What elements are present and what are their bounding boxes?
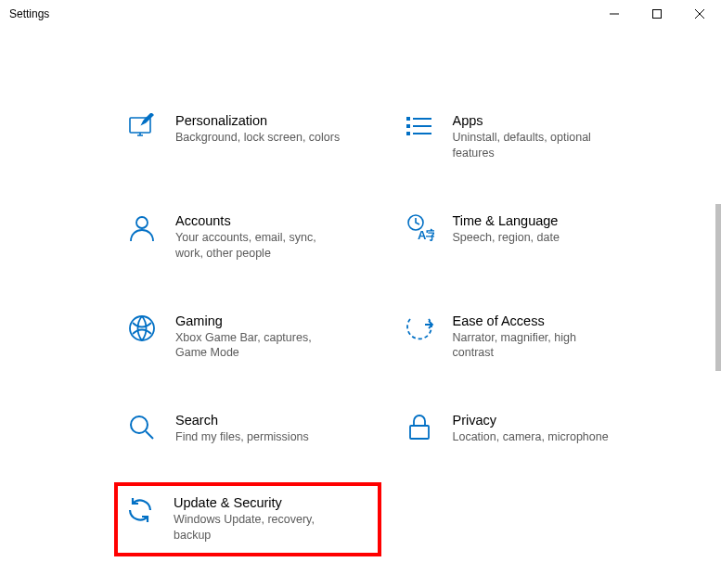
- window-title: Settings: [9, 7, 49, 20]
- tile-desc: Xbox Game Bar, captures, Game Mode: [175, 330, 342, 362]
- tile-text: Privacy Location, camera, microphone: [453, 413, 620, 445]
- tile-desc: Background, lock screen, colors: [175, 130, 342, 146]
- tile-title: Privacy: [453, 413, 620, 428]
- svg-rect-4: [406, 132, 410, 135]
- tile-text: Accounts Your accounts, email, sync, wor…: [175, 213, 342, 262]
- minimize-button[interactable]: [593, 0, 636, 28]
- tile-desc: Location, camera, microphone: [453, 429, 620, 445]
- tile-desc: Narrator, magnifier, high contrast: [453, 330, 620, 362]
- svg-rect-6: [413, 125, 431, 127]
- vertical-scrollbar[interactable]: [715, 204, 721, 371]
- tile-text: Ease of Access Narrator, magnifier, high…: [453, 313, 620, 362]
- tile-title: Time & Language: [453, 213, 620, 228]
- close-button[interactable]: [678, 0, 721, 28]
- tile-text: Gaming Xbox Game Bar, captures, Game Mod…: [175, 313, 342, 362]
- tile-desc: Your accounts, email, sync, work, other …: [175, 230, 342, 262]
- tile-privacy[interactable]: Privacy Location, camera, microphone: [403, 411, 648, 447]
- tile-desc: Find my files, permissions: [175, 429, 342, 445]
- svg-rect-2: [406, 117, 410, 121]
- ease-of-access-icon: [405, 313, 434, 343]
- settings-grid: Personalization Background, lock screen,…: [125, 111, 647, 543]
- tile-title: Ease of Access: [453, 313, 620, 328]
- time-language-icon: A字: [405, 213, 434, 243]
- titlebar: Settings: [0, 0, 721, 28]
- tile-text: Update & Security Windows Update, recove…: [174, 495, 341, 543]
- tile-title: Update & Security: [174, 495, 341, 510]
- tile-text: Time & Language Speech, region, date: [453, 213, 620, 246]
- maximize-button[interactable]: [636, 0, 678, 28]
- svg-rect-7: [413, 133, 431, 134]
- settings-content: Personalization Background, lock screen,…: [0, 28, 721, 562]
- svg-point-11: [130, 316, 154, 340]
- svg-rect-13: [410, 426, 429, 439]
- tile-gaming[interactable]: Gaming Xbox Game Bar, captures, Game Mod…: [125, 312, 370, 364]
- tile-personalization[interactable]: Personalization Background, lock screen,…: [125, 111, 370, 163]
- tile-desc: Speech, region, date: [453, 230, 620, 246]
- tile-apps[interactable]: Apps Uninstall, defaults, optional featu…: [403, 111, 648, 163]
- tile-title: Personalization: [175, 113, 342, 128]
- svg-point-8: [136, 217, 148, 228]
- privacy-icon: [405, 413, 434, 442]
- svg-point-12: [131, 416, 148, 433]
- tile-search[interactable]: Search Find my files, permissions: [125, 411, 370, 447]
- svg-rect-5: [413, 118, 431, 120]
- svg-rect-3: [406, 124, 410, 128]
- tile-text: Apps Uninstall, defaults, optional featu…: [453, 113, 620, 161]
- tile-time-language[interactable]: A字 Time & Language Speech, region, date: [403, 211, 648, 263]
- gaming-icon: [127, 313, 157, 343]
- apps-icon: [405, 113, 434, 143]
- tile-title: Apps: [453, 113, 620, 128]
- tile-ease-of-access[interactable]: Ease of Access Narrator, magnifier, high…: [403, 312, 648, 364]
- update-security-icon: [125, 495, 155, 525]
- tile-text: Search Find my files, permissions: [175, 413, 342, 445]
- search-icon: [127, 413, 157, 442]
- svg-text:A字: A字: [418, 228, 434, 242]
- window-controls: [593, 0, 721, 28]
- tile-text: Personalization Background, lock screen,…: [175, 113, 342, 146]
- tile-accounts[interactable]: Accounts Your accounts, email, sync, wor…: [125, 211, 370, 263]
- tile-desc: Windows Update, recovery, backup: [174, 512, 341, 543]
- tile-title: Gaming: [175, 313, 342, 328]
- personalization-icon: [127, 113, 157, 143]
- tile-title: Search: [175, 413, 342, 428]
- tile-desc: Uninstall, defaults, optional features: [453, 130, 620, 161]
- tile-update-security[interactable]: Update & Security Windows Update, recove…: [114, 482, 381, 556]
- svg-rect-0: [653, 10, 662, 19]
- accounts-icon: [127, 213, 157, 243]
- tile-title: Accounts: [175, 213, 342, 228]
